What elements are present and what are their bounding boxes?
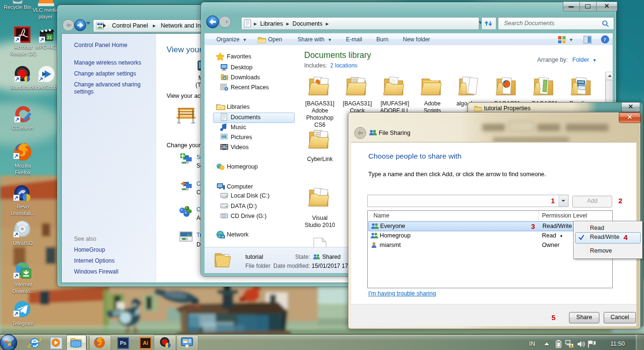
svg-text:?: ? xyxy=(604,37,607,42)
svg-text:21: 21 xyxy=(47,35,52,40)
